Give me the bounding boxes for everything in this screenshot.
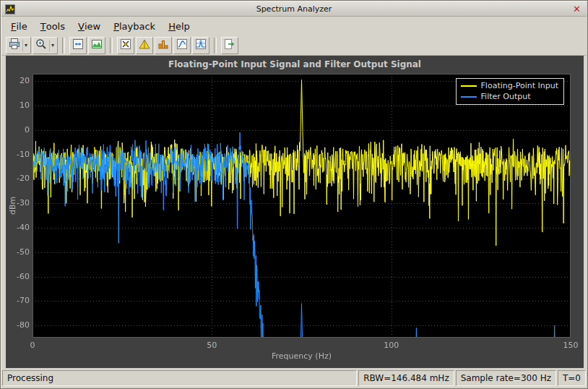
legend-entry: Filter Output [461,91,558,102]
y-tick-label: -80 [6,320,30,330]
menu-item-help[interactable]: Help [162,17,196,35]
status-rbw: RBW=146.484 mHz [358,370,454,386]
app-icon [5,4,15,14]
menu-item-tools[interactable]: Tools [34,17,72,35]
legend-line-sample [461,96,477,98]
x-tick-label: 100 [379,341,404,350]
spectral-mask-icon [194,38,207,54]
peak-finder-button[interactable] [136,37,153,54]
y-tick-label: -70 [6,296,30,305]
spectral-mask-button[interactable] [192,37,209,54]
x-tick-label: 150 [558,341,583,350]
distortion-measurements-button[interactable] [155,37,172,54]
spectrum-settings-button[interactable] [88,37,105,54]
cursor-measurements-icon [119,38,132,54]
toolbar-separator [214,38,217,54]
plot-axes[interactable]: Floating-Point InputFilter Output [33,74,571,338]
printer-icon [8,38,21,54]
y-tick-label: -20 [6,174,30,183]
y-tick-label: -50 [6,247,30,257]
window-title: Spectrum Analyzer [256,4,332,14]
cursor-measurements-button[interactable] [117,37,134,54]
x-tick-label: 50 [199,341,224,350]
menu-item-file[interactable]: File [4,17,34,35]
spectrum-canvas[interactable] [33,74,571,338]
playback-export-button[interactable] [221,37,238,54]
y-tick-label: -30 [6,198,30,208]
fit-to-view-button[interactable] [69,37,87,54]
legend-entry: Floating-Point Input [461,80,558,91]
y-tick-label: 0 [6,125,30,134]
menu-item-playback[interactable]: Playback [107,17,162,35]
spectrum-settings-icon [90,38,103,54]
zoom-dropdown-arrow[interactable]: ▾ [49,40,56,51]
export-icon [223,38,236,54]
y-tick-label: -40 [6,223,30,232]
figure-area: Floating-Point Input Signal and Filter O… [6,56,584,368]
ccdf-measurements-button[interactable] [173,37,191,54]
toolbar-separator [110,38,113,54]
legend-line-sample [461,85,477,87]
close-button[interactable]: ✕ [571,3,583,14]
spectrum-analyzer-window: Spectrum Analyzer ✕ FileToolsViewPlaybac… [0,0,588,389]
legend-label: Filter Output [481,92,531,101]
y-tick-label: 20 [6,76,30,85]
x-tick-label: 0 [20,341,45,350]
status-bar: Processing RBW=146.484 mHz Sample rate=3… [2,370,586,386]
legend[interactable]: Floating-Point InputFilter Output [456,78,564,105]
magnifier-icon [35,38,48,54]
y-tick-label: -60 [6,272,30,281]
legend-label: Floating-Point Input [481,81,558,90]
plot-title: Floating-Point Input Signal and Filter O… [6,59,584,69]
fit-to-view-icon [72,38,85,54]
status-processing: Processing [2,370,357,386]
title-bar[interactable]: Spectrum Analyzer ✕ [1,1,587,17]
distortion-measurements-icon [157,38,170,54]
zoom-button[interactable]: ▾ [33,37,58,54]
print-dropdown-arrow[interactable]: ▾ [22,40,29,51]
y-tick-label: -10 [6,150,30,159]
status-time: T=0 [558,370,586,386]
status-sample-rate: Sample rate=300 Hz [456,370,556,386]
y-tick-label: 10 [6,101,30,110]
ccdf-measurements-icon [176,38,189,54]
menu-item-view[interactable]: View [72,17,107,35]
peak-finder-icon [138,38,151,54]
menu-bar: FileToolsViewPlaybackHelp [1,17,587,36]
x-axis-label: Frequency (Hz) [33,351,571,361]
toolbar-separator [62,38,65,54]
print-button[interactable]: ▾ [6,37,31,54]
toolbar: ▾▾ [1,35,587,56]
